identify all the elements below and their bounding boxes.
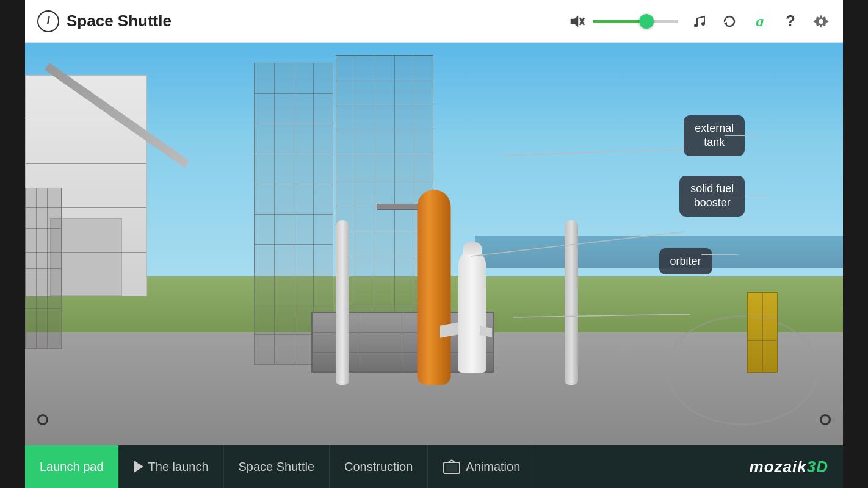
- srb-right: [565, 220, 578, 385]
- volume-control: [567, 12, 678, 31]
- volume-knob[interactable]: [639, 14, 654, 29]
- play-icon: [134, 461, 143, 473]
- toolbar-left: i Space Shuttle: [37, 10, 567, 32]
- yellow-struct: [747, 292, 778, 373]
- bottom-nav: Launch pad The launch Space Shuttle Cons…: [25, 445, 843, 488]
- svg-point-6: [819, 19, 823, 24]
- help-icon[interactable]: ?: [781, 12, 800, 31]
- srb-left: [336, 220, 349, 385]
- svg-marker-0: [571, 16, 578, 27]
- main-scene[interactable]: externaltank solid fuelbooster orbiter: [25, 43, 843, 445]
- volume-slider-container[interactable]: [593, 20, 678, 23]
- tv-icon: [443, 459, 461, 475]
- toolbar: i Space Shuttle: [25, 0, 843, 43]
- volume-icon[interactable]: [567, 12, 587, 31]
- app-container: i Space Shuttle: [25, 0, 843, 488]
- music-icon[interactable]: [689, 12, 709, 31]
- nav-item-space-shuttle[interactable]: Space Shuttle: [224, 445, 330, 488]
- refresh-icon[interactable]: [720, 12, 739, 31]
- svg-rect-11: [446, 464, 457, 472]
- nav-label-animation: Animation: [466, 460, 520, 474]
- volume-slider[interactable]: [593, 20, 678, 23]
- svg-point-3: [694, 24, 698, 27]
- nav-brand: mozaik3D: [735, 445, 843, 488]
- brand-text-accent: 3D: [807, 458, 828, 476]
- nav-label-construction: Construction: [344, 460, 413, 474]
- road-curve: [666, 315, 819, 425]
- brand-text-main: mozaik: [750, 458, 807, 476]
- nav-label-the-launch: The launch: [148, 460, 209, 474]
- settings-icon[interactable]: [811, 12, 831, 31]
- toolbar-right: a ?: [567, 12, 831, 31]
- nav-item-construction[interactable]: Construction: [330, 445, 428, 488]
- info-icon[interactable]: i: [37, 10, 59, 32]
- nav-item-animation[interactable]: Animation: [428, 445, 535, 488]
- label-external-tank: externaltank: [684, 115, 745, 156]
- orbiter: [458, 251, 486, 373]
- label-solid-fuel: solid fuelbooster: [679, 176, 745, 217]
- nav-label-space-shuttle: Space Shuttle: [239, 460, 315, 474]
- nav-item-the-launch[interactable]: The launch: [119, 445, 224, 488]
- font-icon[interactable]: a: [750, 12, 770, 31]
- nav-item-launch-pad[interactable]: Launch pad: [25, 445, 119, 488]
- nav-dot-right[interactable]: [820, 414, 831, 425]
- svg-point-4: [701, 22, 705, 26]
- app-title: Space Shuttle: [67, 12, 172, 30]
- label-orbiter: orbiter: [659, 248, 712, 274]
- nav-label-launch-pad: Launch pad: [40, 460, 104, 474]
- svg-marker-5: [724, 22, 727, 26]
- external-tank: [418, 190, 451, 385]
- nav-dot-left[interactable]: [37, 414, 48, 425]
- small-struct-left: [25, 188, 62, 349]
